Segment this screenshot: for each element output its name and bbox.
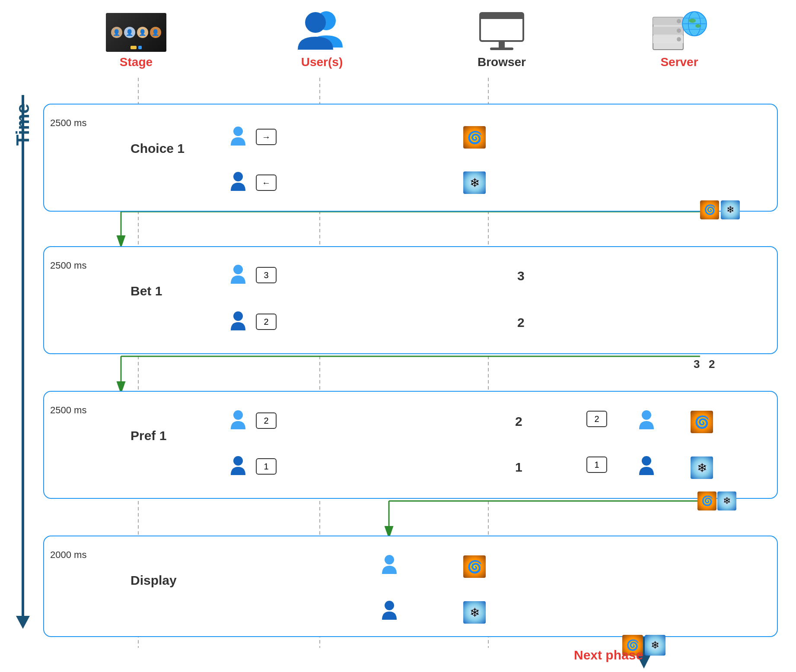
key1-pref1-right: 1 [586, 456, 607, 473]
swirl-green1: 🌀 [700, 200, 719, 219]
bet1-name: Bet 1 [131, 284, 162, 298]
stage-icon: 👤 👤 👤 👤 [106, 13, 166, 52]
browser-label: Browser [478, 55, 526, 69]
person2-choice1 [230, 171, 246, 193]
display-box: 2000 ms Display 🌀 ❄ [43, 536, 778, 637]
pref1-duration: 2500 ms [50, 405, 86, 416]
svg-point-31 [642, 410, 651, 420]
person1-bet1 [230, 264, 246, 286]
display-name: Display [131, 573, 177, 588]
snowflake-display: ❄ [463, 601, 486, 624]
left-arrow-key-choice1: ← [256, 174, 277, 191]
snowflake-green3: ❄ [717, 491, 736, 510]
users-icon [292, 9, 352, 52]
bet1-duration: 2500 ms [50, 260, 86, 271]
swirl-display: 🌀 [463, 555, 486, 578]
svg-point-26 [233, 172, 243, 181]
svg-point-32 [642, 456, 651, 466]
svg-point-29 [233, 410, 243, 420]
svg-point-15 [677, 19, 681, 23]
svg-point-17 [677, 37, 681, 41]
person1-choice1 [230, 126, 246, 148]
pref1-name: Pref 1 [131, 428, 166, 443]
next-phase-label: Next phase [574, 648, 643, 662]
users-label: User(s) [301, 55, 343, 69]
person2-bet1 [230, 311, 246, 333]
choice1-box: 2500 ms Choice 1 → ← 🌀 ❄ [43, 104, 778, 212]
server-label: Server [660, 55, 698, 69]
server-icon [651, 9, 707, 52]
key2-pref1: 2 [256, 412, 277, 429]
num3-right: 3 [694, 358, 700, 371]
pref1-box: 2500 ms Pref 1 2 1 2 1 2 🌀 1 ❄ [43, 391, 778, 499]
time-label: Time [13, 104, 33, 146]
browser-icon [478, 11, 525, 52]
person2-display [381, 600, 398, 622]
time-arrowhead [16, 616, 30, 629]
snowflake-green1: ❄ [721, 200, 740, 219]
svg-point-25 [233, 127, 243, 136]
svg-point-34 [385, 601, 394, 610]
key3-bet1: 3 [256, 267, 277, 283]
snowflake-choice1: ❄ [463, 171, 486, 194]
header-area: 👤 👤 👤 👤 Stage [43, 9, 770, 69]
time-axis: Time [12, 95, 34, 629]
key1-pref1: 1 [256, 458, 277, 475]
svg-point-24 [695, 24, 700, 28]
browser-col: Browser [478, 11, 526, 69]
choice1-name: Choice 1 [131, 141, 185, 156]
person1-pref1-right [638, 410, 655, 431]
person2-pref1 [230, 456, 246, 477]
svg-point-27 [233, 265, 243, 274]
key2-pref1-right: 2 [586, 411, 607, 427]
person1-pref1 [230, 410, 246, 431]
main-container: 👤 👤 👤 👤 Stage [0, 0, 796, 672]
num3-bet1: 3 [517, 269, 525, 283]
svg-point-28 [233, 311, 243, 321]
svg-point-30 [233, 456, 243, 466]
time-line [22, 95, 24, 616]
svg-point-16 [677, 29, 681, 33]
bet1-box: 2500 ms Bet 1 3 2 3 2 [43, 246, 778, 354]
swirl-green3: 🌀 [697, 491, 716, 510]
num2-pref1-browser: 2 [515, 414, 522, 429]
num2-bet1: 2 [517, 315, 525, 330]
svg-point-23 [689, 19, 696, 23]
svg-point-6 [305, 12, 326, 33]
svg-rect-10 [490, 48, 513, 50]
right-arrow-key-choice1: → [256, 129, 277, 145]
users-col: User(s) [292, 9, 352, 69]
swirl-pref1: 🌀 [691, 411, 713, 433]
swirl-choice1: 🌀 [463, 126, 486, 149]
display-duration: 2000 ms [50, 549, 86, 561]
num1-pref1-browser: 1 [515, 460, 522, 475]
svg-rect-9 [499, 41, 505, 48]
stage-col: 👤 👤 👤 👤 Stage [106, 13, 166, 69]
choice1-duration: 2500 ms [50, 117, 86, 129]
server-col: Server [651, 9, 707, 69]
svg-rect-8 [480, 13, 523, 19]
num2-right: 2 [709, 358, 715, 371]
person1-display [381, 555, 398, 576]
key2-bet1: 2 [256, 314, 277, 330]
svg-point-33 [385, 555, 394, 564]
snowflake-final: ❄ [645, 635, 665, 656]
stage-label: Stage [120, 55, 153, 69]
person2-pref1-right [638, 456, 655, 477]
snowflake-pref1: ❄ [691, 456, 713, 479]
